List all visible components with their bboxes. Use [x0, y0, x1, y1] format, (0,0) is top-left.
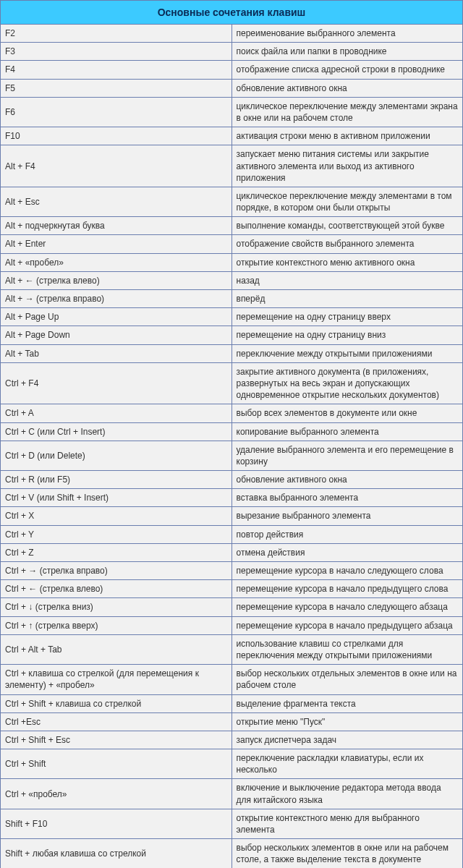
shortcut-description: выбор нескольких отдельных элементов в о… — [232, 665, 463, 694]
shortcut-description: повтор действия — [232, 525, 463, 543]
table-row: Ctrl + ↑ (стрелка вверх)перемещение курс… — [1, 616, 463, 634]
table-row: Ctrl + клавиша со стрелкой (для перемеще… — [1, 665, 463, 694]
shortcut-description: выбор всех элементов в документе или окн… — [232, 404, 463, 422]
shortcut-key: Shift + любая клавиша со стрелкой — [1, 839, 232, 868]
table-row: Ctrl + Shiftпереключение раскладки клави… — [1, 749, 463, 779]
table-row: Alt + Escциклическое переключение между … — [1, 187, 463, 216]
shortcut-description: выбор нескольких элементов в окне или на… — [232, 839, 463, 868]
shortcut-key: Alt + → (стрелка вправо) — [1, 290, 232, 308]
table-row: Ctrl +Escоткрытие меню "Пуск" — [1, 712, 463, 731]
shortcut-description: открытие меню "Пуск" — [232, 712, 463, 731]
shortcut-description: отмена действия — [232, 543, 463, 561]
shortcut-description: запуск диспетчера задач — [232, 731, 463, 749]
shortcut-key: F5 — [1, 79, 232, 97]
table-row: F5обновление активного окна — [1, 79, 463, 97]
table-row: F3поиск файла или папки в проводнике — [1, 43, 463, 61]
shortcut-key: Alt + Enter — [1, 235, 232, 253]
table-row: Alt + Tabпереключение между открытыми пр… — [1, 344, 463, 362]
shortcut-key: Alt + Esc — [1, 187, 232, 216]
shortcut-description: перемещение курсора в начало предыдущего… — [232, 616, 463, 634]
table-row: Ctrl + C (или Ctrl + Insert)копирование … — [1, 422, 463, 441]
shortcut-key: Alt + F4 — [1, 145, 232, 187]
shortcuts-table: Основные сочетания клавиш F2переименован… — [0, 0, 463, 868]
table-row: Ctrl + F4закрытие активного документа (в… — [1, 362, 463, 404]
shortcut-description: обновление активного окна — [232, 471, 463, 489]
shortcut-description: перемещение курсора в начало следующего … — [232, 562, 463, 580]
table-row: Alt + → (стрелка вправо)вперёд — [1, 290, 463, 308]
shortcut-key: Ctrl + ↓ (стрелка вниз) — [1, 598, 232, 616]
shortcut-key: Ctrl +Esc — [1, 712, 232, 731]
shortcut-description: циклическое переключение между элементам… — [232, 97, 463, 127]
table-row: F4отображение списка адресной строки в п… — [1, 61, 463, 79]
table-row: Ctrl + Shift + Escзапуск диспетчера зада… — [1, 731, 463, 749]
shortcut-key: F2 — [1, 25, 232, 43]
shortcut-key: Alt + Tab — [1, 344, 232, 362]
shortcut-description: открытие контекстного меню для выбранног… — [232, 809, 463, 838]
shortcut-key: Ctrl + X — [1, 507, 232, 525]
shortcut-description: вставка выбранного элемента — [232, 489, 463, 507]
shortcut-key: Ctrl + A — [1, 404, 232, 422]
table-row: Ctrl + ← (стрелка влево)перемещение курс… — [1, 580, 463, 598]
shortcut-description: переименование выбранного элемента — [232, 25, 463, 43]
shortcut-key: Ctrl + Shift + клавиша со стрелкой — [1, 694, 232, 712]
table-row: Ctrl + D (или Delete)удаление выбранного… — [1, 441, 463, 470]
table-row: Ctrl + «пробел»включение и выключение ре… — [1, 779, 463, 809]
shortcut-description: запускает меню питания системы или закры… — [232, 145, 463, 187]
shortcut-description: перемещение курсора в начало следующего … — [232, 598, 463, 616]
table-row: Ctrl + Shift + клавиша со стрелкойвыделе… — [1, 694, 463, 712]
table-row: Ctrl + R (или F5)обновление активного ок… — [1, 471, 463, 489]
table-row: Alt + Page Upперемещение на одну страниц… — [1, 308, 463, 326]
shortcut-key: Ctrl + ↑ (стрелка вверх) — [1, 616, 232, 634]
table-row: Ctrl + V (или Shift + Insert)вставка выб… — [1, 489, 463, 507]
table-row: Alt + F4запускает меню питания системы и… — [1, 145, 463, 187]
shortcut-key: Ctrl + Alt + Tab — [1, 634, 232, 664]
table-row: F2переименование выбранного элемента — [1, 25, 463, 43]
shortcut-key: Ctrl + F4 — [1, 362, 232, 404]
table-row: Shift + любая клавиша со стрелкойвыбор н… — [1, 839, 463, 868]
shortcut-key: Ctrl + ← (стрелка влево) — [1, 580, 232, 598]
shortcut-description: вперёд — [232, 290, 463, 308]
table-row: Ctrl + Aвыбор всех элементов в документе… — [1, 404, 463, 422]
shortcut-key: Alt + «пробел» — [1, 253, 232, 271]
shortcut-key: Alt + ← (стрелка влево) — [1, 271, 232, 289]
shortcut-description: вырезание выбранного элемента — [232, 507, 463, 525]
table-title: Основные сочетания клавиш — [1, 1, 463, 25]
shortcut-description: отображение свойств выбранного элемента — [232, 235, 463, 253]
shortcut-description: поиск файла или папки в проводнике — [232, 43, 463, 61]
shortcut-key: Ctrl + «пробел» — [1, 779, 232, 809]
shortcut-description: переключение между открытыми приложениям… — [232, 344, 463, 362]
shortcut-key: F10 — [1, 127, 232, 145]
shortcut-description: выделение фрагмента текста — [232, 694, 463, 712]
shortcut-key: Ctrl + C (или Ctrl + Insert) — [1, 422, 232, 441]
table-row: Alt + «пробел»открытие контекстного меню… — [1, 253, 463, 271]
shortcut-key: Shift + F10 — [1, 809, 232, 838]
shortcut-key: F6 — [1, 97, 232, 127]
shortcut-key: Ctrl + R (или F5) — [1, 471, 232, 489]
shortcut-description: копирование выбранного элемента — [232, 422, 463, 441]
shortcut-key: Ctrl + Y — [1, 525, 232, 543]
shortcut-key: F4 — [1, 61, 232, 79]
shortcut-description: включение и выключение редактора метода … — [232, 779, 463, 809]
shortcut-description: закрытие активного документа (в приложен… — [232, 362, 463, 404]
shortcut-key: Alt + Page Down — [1, 326, 232, 344]
shortcut-description: отображение списка адресной строки в про… — [232, 61, 463, 79]
shortcut-description: перемещение курсора в начало предыдущего… — [232, 580, 463, 598]
table-row: Ctrl + ↓ (стрелка вниз)перемещение курсо… — [1, 598, 463, 616]
shortcut-key: Ctrl + Shift — [1, 749, 232, 779]
shortcut-description: активация строки меню в активном приложе… — [232, 127, 463, 145]
shortcut-description: удаление выбранного элемента и его перем… — [232, 441, 463, 470]
shortcut-key: Ctrl + → (стрелка вправо) — [1, 562, 232, 580]
shortcut-key: Ctrl + Shift + Esc — [1, 731, 232, 749]
shortcut-description: назад — [232, 271, 463, 289]
shortcut-key: Ctrl + D (или Delete) — [1, 441, 232, 470]
table-row: Ctrl + Zотмена действия — [1, 543, 463, 561]
shortcut-description: перемещение на одну страницу вниз — [232, 326, 463, 344]
table-row: Ctrl + Xвырезание выбранного элемента — [1, 507, 463, 525]
table-row: Ctrl + → (стрелка вправо)перемещение кур… — [1, 562, 463, 580]
shortcut-key: Ctrl + V (или Shift + Insert) — [1, 489, 232, 507]
table-row: Shift + F10открытие контекстного меню дл… — [1, 809, 463, 838]
shortcut-description: обновление активного окна — [232, 79, 463, 97]
shortcut-description: открытие контекстного меню активного окн… — [232, 253, 463, 271]
table-row: Ctrl + Alt + Tabиспользование клавиш со … — [1, 634, 463, 664]
shortcut-key: Ctrl + клавиша со стрелкой (для перемеще… — [1, 665, 232, 694]
